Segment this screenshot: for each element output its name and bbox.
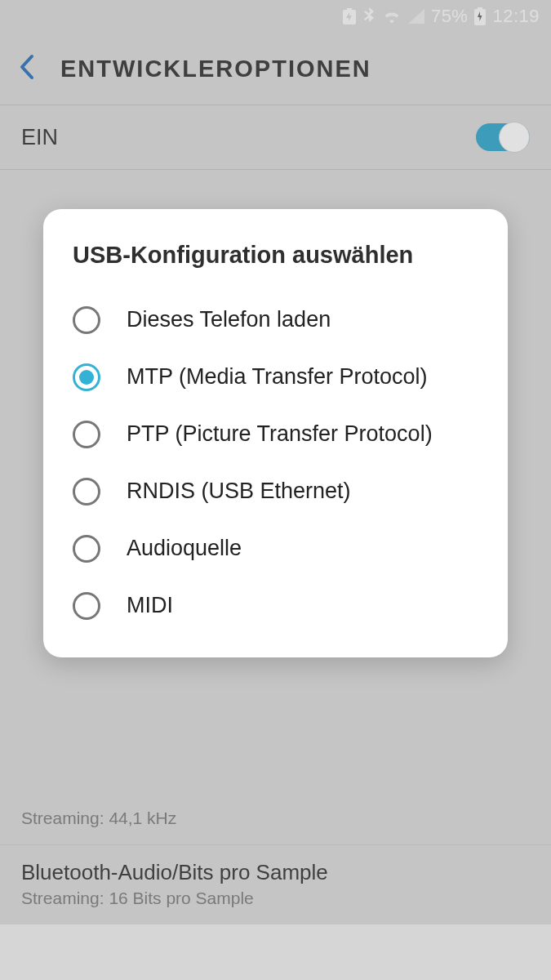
- option-mtp[interactable]: MTP (Media Transfer Protocol): [68, 349, 483, 406]
- radio-icon: [73, 363, 100, 391]
- option-label: Dieses Telefon laden: [127, 306, 331, 334]
- option-charge[interactable]: Dieses Telefon laden: [68, 292, 483, 349]
- option-label: MIDI: [127, 592, 173, 620]
- radio-icon: [73, 306, 100, 334]
- radio-icon: [73, 478, 100, 506]
- option-label: RNDIS (USB Ethernet): [127, 478, 351, 506]
- option-label: PTP (Picture Transfer Protocol): [127, 421, 433, 448]
- option-audio[interactable]: Audioquelle: [68, 520, 483, 577]
- option-midi[interactable]: MIDI: [68, 577, 483, 635]
- option-label: Audioquelle: [127, 535, 242, 563]
- radio-icon: [73, 421, 100, 448]
- radio-icon: [73, 592, 100, 620]
- option-ptp[interactable]: PTP (Picture Transfer Protocol): [68, 406, 483, 463]
- usb-config-dialog: USB-Konfiguration auswählen Dieses Telef…: [43, 209, 508, 657]
- radio-icon: [73, 535, 100, 563]
- option-rndis[interactable]: RNDIS (USB Ethernet): [68, 463, 483, 520]
- option-label: MTP (Media Transfer Protocol): [127, 363, 428, 391]
- dialog-title: USB-Konfiguration auswählen: [68, 242, 483, 269]
